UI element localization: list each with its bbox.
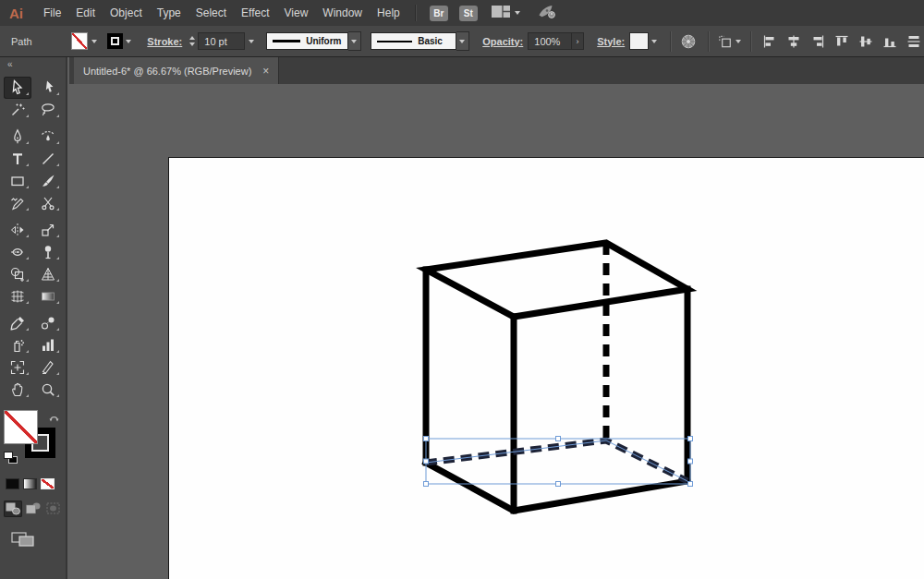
menu-items: FileEditObjectTypeSelectEffectViewWindow…: [36, 0, 407, 26]
selection-handle[interactable]: [556, 482, 561, 487]
horizontal-align-left-icon[interactable]: [760, 31, 780, 52]
opacity-label[interactable]: Opacity:: [482, 36, 523, 47]
fill-none-swatch[interactable]: [4, 410, 38, 444]
style-chevron-down-icon[interactable]: [649, 33, 661, 49]
document-tab[interactable]: Untitled-6* @ 66.67% (RGB/Preview) ×: [74, 57, 279, 84]
controlbar-separator: [670, 31, 672, 52]
tab-close-icon[interactable]: ×: [262, 66, 269, 77]
scale-tool[interactable]: [34, 219, 62, 241]
perspective-grid-tool[interactable]: [34, 263, 62, 285]
menu-select[interactable]: Select: [188, 0, 234, 26]
menu-bar: Ai FileEditObjectTypeSelectEffectViewWin…: [0, 0, 924, 27]
canvas-area[interactable]: [69, 84, 924, 579]
scissors-tool[interactable]: [34, 192, 62, 214]
selection-handle[interactable]: [688, 437, 693, 441]
color-button[interactable]: [6, 478, 19, 489]
mesh-tool[interactable]: [4, 285, 31, 308]
width-profile-dropdown[interactable]: Uniform: [266, 32, 347, 50]
menu-window[interactable]: Window: [315, 0, 370, 26]
stroke-weight-field[interactable]: 10 pt: [198, 32, 245, 50]
brush-panel-button[interactable]: Br: [430, 6, 448, 21]
gradient-tool[interactable]: [34, 285, 62, 308]
direct-selection-tool[interactable]: [34, 77, 62, 99]
brush-definition-dropdown[interactable]: Basic: [371, 32, 456, 50]
menu-file[interactable]: File: [36, 0, 68, 26]
magic-wand-tool[interactable]: [4, 99, 31, 121]
isolate-object-icon[interactable]: [717, 31, 741, 52]
selection-handle[interactable]: [556, 437, 561, 441]
fill-color-swatch[interactable]: [71, 32, 89, 50]
stroke-weight-chevron-down-icon[interactable]: [245, 33, 257, 49]
gpu-performance-icon[interactable]: [537, 3, 557, 23]
style-label[interactable]: Style:: [597, 36, 625, 47]
controlbar-separator: [708, 31, 710, 52]
puppet-warp-tool[interactable]: [34, 241, 62, 263]
workspace-switcher-icon[interactable]: [491, 5, 511, 22]
stroke-weight-stepper[interactable]: [189, 36, 195, 46]
stroke-chevron-down-icon[interactable]: [123, 33, 135, 49]
selection-handle[interactable]: [424, 482, 429, 487]
graphic-style-swatch[interactable]: [629, 32, 649, 50]
selection-handle[interactable]: [688, 482, 693, 487]
line-segment-tool[interactable]: [34, 148, 62, 170]
selection-handle[interactable]: [424, 459, 429, 464]
artwork-svg[interactable]: [69, 84, 924, 579]
draw-inside-button[interactable]: [44, 501, 63, 517]
brush-definition-dropdown-button[interactable]: [456, 31, 470, 51]
blend-tool[interactable]: [34, 312, 62, 334]
column-graph-tool[interactable]: [34, 334, 62, 356]
stroke-color-swatch[interactable]: [107, 33, 123, 49]
selection-tool[interactable]: [4, 77, 31, 99]
hand-tool[interactable]: [4, 379, 31, 401]
paintbrush-tool[interactable]: [34, 170, 62, 192]
fill-chevron-down-icon[interactable]: [88, 33, 100, 49]
zoom-tool[interactable]: [34, 379, 62, 401]
workspace-chevron-down-icon[interactable]: [515, 11, 520, 15]
menu-type[interactable]: Type: [150, 0, 188, 26]
symbol-sprayer-tool[interactable]: [4, 334, 31, 356]
shape-builder-tool[interactable]: [4, 263, 31, 285]
selection-handle[interactable]: [424, 437, 429, 441]
color-mode-buttons: [6, 478, 66, 489]
slice-tool[interactable]: [34, 356, 62, 379]
selection-handle[interactable]: [688, 459, 693, 464]
change-screen-mode-icon[interactable]: [11, 532, 66, 550]
menu-help[interactable]: Help: [370, 0, 407, 26]
align-buttons: [760, 31, 924, 52]
reflect-tool[interactable]: [4, 219, 31, 241]
stroke-weight-label[interactable]: Stroke:: [147, 36, 182, 47]
menu-view[interactable]: View: [277, 0, 316, 26]
shaper-tool[interactable]: [4, 192, 31, 214]
horizontal-align-right-icon[interactable]: [808, 31, 828, 52]
lasso-tool[interactable]: [34, 99, 62, 121]
curvature-tool[interactable]: [34, 126, 62, 148]
opacity-field[interactable]: 100%: [528, 32, 571, 50]
menu-object[interactable]: Object: [103, 0, 150, 26]
menu-edit[interactable]: Edit: [68, 0, 103, 26]
none-button[interactable]: [41, 478, 55, 489]
vertical-align-bottom-icon[interactable]: [880, 31, 900, 52]
draw-behind-button[interactable]: [24, 501, 43, 517]
default-fill-stroke-icon[interactable]: [4, 452, 18, 464]
recolor-artwork-icon[interactable]: [679, 31, 699, 52]
pen-tool[interactable]: [4, 126, 31, 148]
gradient-button[interactable]: [23, 478, 37, 489]
horizontal-align-center-icon[interactable]: [784, 31, 804, 52]
eyedropper-tool[interactable]: [4, 312, 31, 334]
menu-effect[interactable]: Effect: [234, 0, 276, 26]
opacity-submenu-arrow[interactable]: ›: [572, 32, 585, 50]
vertical-align-center-icon[interactable]: [856, 31, 876, 52]
selection-type-label: Path: [11, 36, 32, 47]
brush-definition-value: Basic: [418, 36, 443, 46]
width-profile-dropdown-button[interactable]: [348, 31, 362, 51]
width-tool[interactable]: [4, 241, 31, 263]
tools-panel-collapse-icon[interactable]: «: [0, 57, 66, 71]
artboard-tool[interactable]: [4, 356, 31, 379]
rectangle-tool[interactable]: [4, 170, 31, 192]
draw-normal-button[interactable]: [4, 501, 22, 517]
swap-fill-stroke-icon[interactable]: [48, 411, 61, 428]
stroke-panel-button[interactable]: St: [459, 6, 478, 21]
vertical-distribute-center-icon[interactable]: [904, 31, 924, 52]
type-tool[interactable]: [4, 148, 31, 170]
vertical-align-top-icon[interactable]: [832, 31, 852, 52]
